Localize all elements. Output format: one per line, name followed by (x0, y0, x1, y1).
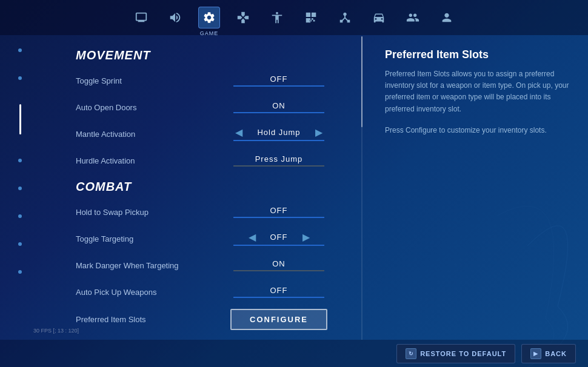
swap-pickup-label: Hold to Swap Pickup (45, 208, 197, 217)
setting-row-mantle: Mantle Activation ◀ Hold Jump ▶ (45, 121, 361, 147)
fps-display: 30 FPS [; 13 : 120] (33, 328, 79, 334)
setting-row-targeting: Toggle Targeting ◀ OFF ▶ (45, 225, 361, 252)
toggle-sprint-label: Toggle Sprint (45, 76, 197, 85)
targeting-next-btn[interactable]: ▶ (300, 231, 312, 243)
targeting-bar (233, 245, 324, 246)
main-content: MOVEMENT Toggle Sprint OFF Auto Open Doo… (33, 36, 588, 340)
toggle-sprint-bar (233, 85, 324, 87)
settings-panel: MOVEMENT Toggle Sprint OFF Auto Open Doo… (33, 36, 361, 340)
preferred-slots-label: Preferred Item Slots (45, 315, 197, 324)
scroll-area (361, 36, 367, 340)
scroll-thumb (361, 36, 362, 127)
setting-row-sort-consumables: to Sort Consumables to Right ON (45, 334, 361, 340)
nav-network[interactable] (334, 7, 356, 28)
setting-row-toggle-sprint: Toggle Sprint OFF (45, 67, 361, 94)
info-paragraph-2: Press Configure to customize your invent… (385, 125, 570, 136)
combat-title: COMBAT (76, 180, 361, 194)
configure-button[interactable]: CONFIGURE (230, 309, 327, 330)
dot-7 (18, 270, 22, 274)
back-icon: ▶ (530, 348, 541, 359)
scroll-indicator[interactable] (361, 36, 363, 340)
nav-game-label: GAME (200, 30, 219, 36)
auto-pickup-bar (233, 297, 324, 298)
swap-pickup-bar (233, 217, 324, 218)
info-paragraph-1: Preferred Item Slots allows you to assig… (385, 68, 570, 115)
swap-pickup-text: OFF (270, 206, 288, 215)
swap-pickup-value: OFF (197, 206, 361, 218)
setting-row-mark-danger: Mark Danger When Targeting ON (45, 252, 361, 279)
nav-audio[interactable] (164, 7, 186, 28)
mark-danger-value: ON (197, 259, 361, 271)
info-panel: Preferred Item Slots Preferred Item Slot… (367, 36, 588, 340)
toggle-sprint-text: OFF (270, 74, 288, 84)
mantle-label: Mantle Activation (45, 130, 197, 139)
setting-row-auto-doors: Auto Open Doors ON (45, 94, 361, 121)
mantle-bar (233, 140, 324, 141)
nav-accessibility[interactable] (266, 7, 288, 28)
nav-account[interactable] (436, 7, 458, 28)
dot-5 (18, 214, 22, 218)
targeting-prev-btn[interactable]: ◀ (246, 231, 258, 243)
auto-pickup-value: OFF (197, 286, 361, 298)
back-button[interactable]: ▶ BACK (521, 344, 576, 363)
hurdle-value: Press Jump (197, 154, 361, 167)
movement-title: MOVEMENT (76, 48, 361, 62)
auto-pickup-text: OFF (270, 286, 288, 295)
targeting-label: Toggle Targeting (45, 234, 197, 243)
hurdle-label: Hurdle Activation (45, 156, 197, 165)
targeting-value: ◀ OFF ▶ (197, 231, 361, 246)
mantle-next-btn[interactable]: ▶ (313, 127, 325, 138)
auto-pickup-label: Auto Pick Up Weapons (45, 288, 197, 297)
dot-3 (18, 159, 22, 162)
nav-game[interactable]: GAME (198, 7, 220, 28)
targeting-text: OFF (270, 233, 288, 242)
nav-display[interactable] (130, 7, 152, 28)
dot-1 (18, 48, 22, 52)
mark-danger-text: ON (272, 259, 286, 268)
setting-row-swap-pickup: Hold to Swap Pickup OFF (45, 199, 361, 225)
scroll-dots (18, 48, 22, 274)
restore-label: RESTORE TO DEFAULT (420, 350, 506, 357)
back-label: BACK (545, 350, 567, 357)
mantle-prev-btn[interactable]: ◀ (233, 127, 245, 138)
restore-default-button[interactable]: ↻ RESTORE TO DEFAULT (396, 344, 515, 363)
scroll-track (361, 36, 362, 340)
mark-danger-bar (233, 270, 324, 271)
bottom-bar: ↻ RESTORE TO DEFAULT ▶ BACK (0, 340, 588, 367)
setting-row-auto-pickup: Auto Pick Up Weapons OFF (45, 279, 361, 305)
toggle-sprint-value: OFF (197, 74, 361, 87)
dot-2 (18, 76, 22, 80)
top-nav: GAME (0, 0, 588, 35)
auto-doors-label: Auto Open Doors (45, 103, 197, 112)
dot-6 (18, 242, 22, 246)
nav-interface[interactable] (300, 7, 322, 28)
nav-controls[interactable] (232, 7, 254, 28)
nav-social[interactable] (402, 7, 424, 28)
auto-doors-text: ON (272, 101, 286, 110)
auto-doors-bar (233, 112, 324, 113)
preferred-slots-value: CONFIGURE (197, 309, 361, 330)
info-title: Preferred Item Slots (385, 48, 570, 61)
setting-row-hurdle: Hurdle Activation Press Jump (45, 147, 361, 174)
mantle-text: Hold Jump (257, 128, 300, 137)
mantle-value: ◀ Hold Jump ▶ (197, 127, 361, 141)
hurdle-bar (233, 165, 324, 167)
restore-icon: ↻ (406, 348, 416, 359)
dot-4 (18, 187, 22, 190)
mark-danger-label: Mark Danger When Targeting (45, 261, 197, 270)
setting-row-preferred-slots: Preferred Item Slots CONFIGURE (45, 305, 361, 334)
hurdle-text: Press Jump (255, 154, 303, 164)
nav-vehicles[interactable] (368, 7, 390, 28)
auto-doors-value: ON (197, 101, 361, 113)
dot-active (19, 104, 21, 134)
